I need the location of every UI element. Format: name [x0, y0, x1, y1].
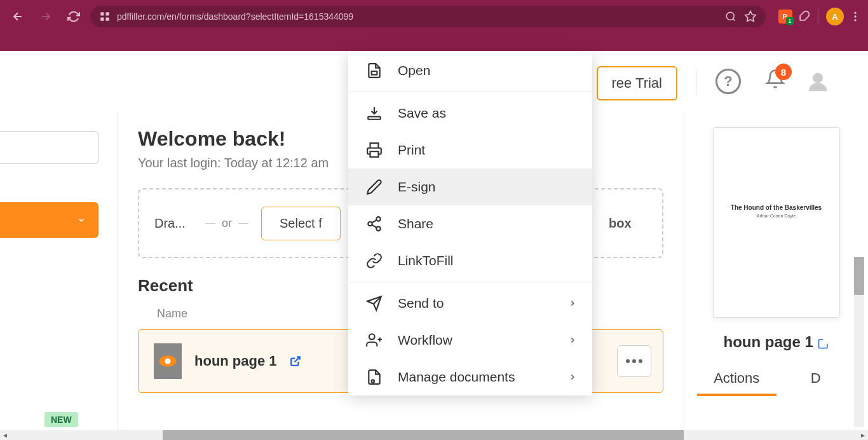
- svg-point-20: [376, 226, 381, 231]
- svg-point-4: [726, 12, 734, 20]
- scrollbar-thumb[interactable]: [163, 430, 684, 440]
- reload-button[interactable]: [62, 5, 85, 28]
- chevron-right-icon: [568, 299, 577, 308]
- download-icon: [366, 105, 383, 121]
- external-link-icon[interactable]: [290, 355, 301, 367]
- scroll-left-arrow[interactable]: ◄: [0, 430, 10, 440]
- svg-rect-1: [106, 12, 109, 15]
- drag-text: Dra...: [154, 216, 193, 231]
- menu-linktofill[interactable]: LinkToFill: [348, 242, 592, 279]
- share-icon: [366, 216, 383, 232]
- notification-count: 8: [775, 64, 792, 80]
- zoom-icon[interactable]: [725, 11, 736, 22]
- vertical-scrollbar[interactable]: [854, 257, 864, 427]
- menu-save-as-label: Save as: [398, 106, 446, 121]
- svg-text:box: box: [609, 216, 632, 230]
- add-new-button[interactable]: [0, 202, 98, 238]
- scrollbar-thumb[interactable]: [854, 257, 864, 295]
- signature-icon: [366, 179, 383, 195]
- search-input[interactable]: [0, 131, 98, 164]
- browser-toolbar: pdffiller.com/en/forms/dashboard?selectI…: [0, 0, 868, 33]
- chevron-icon: [77, 216, 86, 224]
- horizontal-scrollbar[interactable]: ◄ ►: [0, 430, 868, 440]
- extension-badge[interactable]: P 1: [778, 10, 792, 24]
- menu-save-as[interactable]: Save as: [348, 95, 592, 132]
- menu-open[interactable]: Open: [348, 52, 592, 89]
- menu-share[interactable]: Share: [348, 205, 592, 242]
- tab-details[interactable]: D: [776, 370, 856, 394]
- print-icon: [366, 142, 383, 158]
- document-thumbnail: [154, 343, 182, 379]
- chevron-right-icon: [568, 373, 577, 382]
- sidebar: NEW: [0, 112, 118, 440]
- select-from-device-button[interactable]: Select f: [261, 207, 341, 240]
- menu-separator: [348, 92, 592, 92]
- file-icon: [366, 62, 383, 79]
- address-bar[interactable]: pdffiller.com/en/forms/dashboard?selectI…: [90, 6, 766, 27]
- scroll-right-arrow[interactable]: ►: [858, 430, 868, 440]
- ext-count: 1: [786, 17, 794, 25]
- new-badge: NEW: [44, 412, 78, 427]
- svg-marker-5: [745, 11, 756, 22]
- forward-button[interactable]: [34, 5, 57, 28]
- document-preview[interactable]: The Hound of the Baskervilles Arthur Con…: [713, 127, 840, 318]
- user-avatar[interactable]: [806, 70, 830, 94]
- svg-point-19: [368, 222, 372, 226]
- context-menu: Open Save as Print E-sign Share LinkToFi…: [348, 52, 592, 395]
- svg-rect-2: [100, 18, 104, 21]
- menu-open-label: Open: [398, 63, 430, 78]
- eye-icon: [159, 355, 177, 367]
- tab-actions[interactable]: Actions: [697, 370, 776, 394]
- svg-rect-15: [372, 71, 377, 74]
- svg-line-22: [372, 220, 376, 223]
- extensions-area: P 1 A: [771, 8, 862, 25]
- profile-avatar[interactable]: A: [826, 8, 844, 25]
- back-button[interactable]: [6, 5, 29, 28]
- svg-rect-0: [100, 12, 104, 15]
- chevron-right-icon: [568, 336, 577, 345]
- menu-separator: [348, 282, 592, 282]
- or-separator: or: [205, 217, 248, 230]
- menu-dots-icon[interactable]: [849, 10, 862, 23]
- menu-send-to[interactable]: Send to: [348, 285, 592, 322]
- menu-workflow[interactable]: Workflow: [348, 322, 592, 359]
- help-button[interactable]: ?: [715, 69, 741, 94]
- svg-point-28: [372, 380, 374, 382]
- svg-point-10: [854, 19, 856, 21]
- menu-linktofill-label: LinkToFill: [398, 253, 454, 268]
- link-icon: [366, 252, 383, 269]
- bookmark-star-icon[interactable]: [744, 10, 757, 23]
- svg-point-8: [854, 12, 856, 14]
- preview-panel: The Hound of the Baskervilles Arthur Con…: [684, 112, 868, 440]
- menu-workflow-label: Workflow: [398, 333, 452, 348]
- svg-point-25: [369, 334, 375, 340]
- or-text: or: [222, 217, 232, 230]
- arrow-right-icon: [39, 10, 52, 23]
- user-icon: [806, 70, 830, 94]
- menu-print[interactable]: Print: [348, 132, 592, 168]
- svg-rect-3: [106, 18, 109, 21]
- notifications-button[interactable]: 8: [765, 69, 785, 89]
- svg-point-11: [813, 73, 823, 83]
- box-integration-button[interactable]: box: [609, 214, 641, 233]
- menu-send-to-label: Send to: [398, 296, 444, 311]
- browser-strip: [0, 33, 868, 51]
- svg-line-21: [372, 225, 376, 228]
- preview-tabs: Actions D: [697, 370, 855, 396]
- edit-icon[interactable]: [818, 338, 829, 349]
- menu-manage-documents[interactable]: Manage documents: [348, 359, 592, 395]
- site-settings-icon[interactable]: [99, 11, 111, 22]
- preview-doc-title: The Hound of the Baskervilles: [720, 204, 833, 211]
- svg-point-18: [376, 217, 381, 221]
- preview-filename: houn page 1: [697, 333, 855, 351]
- document-name: houn page 1: [194, 353, 277, 369]
- file-settings-icon: [366, 369, 383, 385]
- svg-rect-16: [368, 116, 381, 119]
- menu-share-label: Share: [398, 216, 433, 231]
- menu-esign[interactable]: E-sign: [348, 168, 592, 205]
- more-actions-button[interactable]: [617, 345, 651, 377]
- free-trial-button[interactable]: ree Trial: [597, 66, 677, 100]
- divider: [696, 70, 696, 95]
- divider: [818, 9, 818, 24]
- extensions-icon[interactable]: [797, 10, 810, 23]
